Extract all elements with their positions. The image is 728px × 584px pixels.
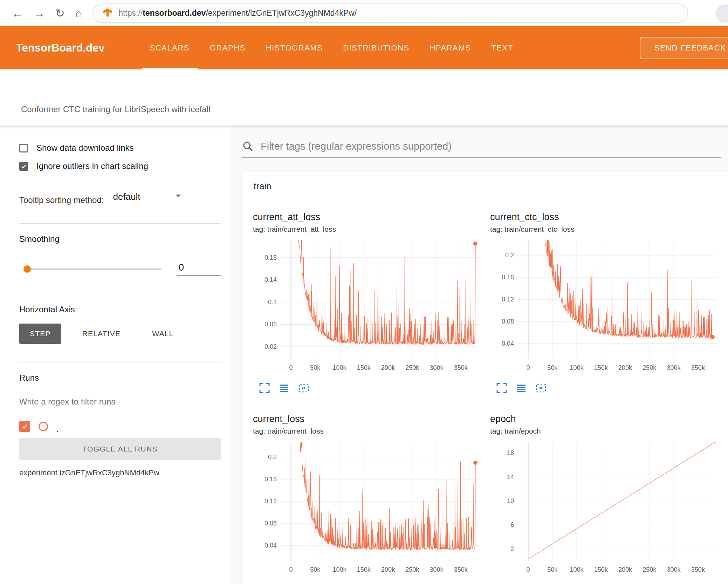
expand-icon[interactable] xyxy=(496,382,508,394)
tab-scalars[interactable]: SCALARS xyxy=(140,26,200,69)
filter-tags-input[interactable] xyxy=(260,140,721,152)
svg-text:0: 0 xyxy=(526,566,530,573)
smoothing-row: 0 xyxy=(19,262,221,276)
experiment-id-label: experiment lzGnETjwRxC3yghNMd4kPw xyxy=(19,468,221,477)
svg-text:0.02: 0.02 xyxy=(265,343,277,350)
chart-title: epoch xyxy=(490,414,723,425)
slider-thumb[interactable] xyxy=(23,265,31,273)
reload-icon[interactable]: ↻ xyxy=(55,8,65,19)
svg-text:250k: 250k xyxy=(643,566,657,573)
address-bar[interactable]: https://tensorboard.dev/experiment/lzGnE… xyxy=(92,4,688,23)
group-header[interactable]: train xyxy=(242,171,728,201)
svg-text:0.18: 0.18 xyxy=(265,254,277,261)
svg-text:100k: 100k xyxy=(570,364,584,371)
tooltip-sorting-dropdown[interactable]: default xyxy=(113,191,181,205)
fit-domain-icon[interactable] xyxy=(298,382,310,394)
tab-hparams[interactable]: HPARAMS xyxy=(420,26,481,69)
svg-text:300k: 300k xyxy=(430,566,444,573)
svg-text:0.06: 0.06 xyxy=(265,321,277,328)
runs-heading: Runs xyxy=(19,373,221,383)
svg-text:50k: 50k xyxy=(310,566,321,573)
svg-text:0.04: 0.04 xyxy=(265,542,277,549)
svg-text:0.1: 0.1 xyxy=(268,299,277,306)
svg-text:350k: 350k xyxy=(691,364,705,371)
svg-text:0.2: 0.2 xyxy=(505,252,514,259)
svg-text:100k: 100k xyxy=(332,566,346,573)
svg-text:300k: 300k xyxy=(667,364,681,371)
svg-text:350k: 350k xyxy=(454,566,468,573)
horizontal-axis-options: STEP RELATIVE WALL xyxy=(19,324,221,344)
chart-canvas[interactable]: 26101418050k100k150k200k250k300k350k xyxy=(490,440,721,576)
forward-icon[interactable]: → xyxy=(34,8,45,19)
lines-icon[interactable] xyxy=(278,382,290,394)
run-row[interactable]: . xyxy=(19,421,221,432)
show-download-links-label: Show data download links xyxy=(36,143,134,153)
svg-text:0: 0 xyxy=(289,566,293,573)
url-host: tensorboard.dev xyxy=(143,8,206,18)
svg-text:300k: 300k xyxy=(430,364,444,371)
svg-text:250k: 250k xyxy=(405,566,419,573)
svg-text:50k: 50k xyxy=(547,566,558,573)
run-name: . xyxy=(56,426,59,432)
svg-text:2: 2 xyxy=(510,545,514,552)
divider xyxy=(19,223,221,224)
svg-text:50k: 50k xyxy=(547,364,558,371)
run-color-circle-icon[interactable] xyxy=(39,422,48,431)
axis-step-button[interactable]: STEP xyxy=(19,324,61,344)
url-text: https://tensorboard.dev/experiment/lzGnE… xyxy=(118,8,357,18)
svg-text:150k: 150k xyxy=(594,364,608,371)
profile-avatar[interactable] xyxy=(716,5,728,22)
runs-filter-input[interactable] xyxy=(19,394,221,411)
svg-text:6: 6 xyxy=(510,521,514,528)
svg-text:50k: 50k xyxy=(310,364,321,371)
chart-tag: tag: train/epoch xyxy=(490,427,723,435)
home-icon[interactable]: ⌂ xyxy=(75,8,82,19)
svg-text:150k: 150k xyxy=(594,566,608,573)
svg-text:0.12: 0.12 xyxy=(265,498,277,505)
svg-text:350k: 350k xyxy=(454,364,468,371)
show-download-links-row[interactable]: Show data download links xyxy=(19,143,221,153)
tab-text[interactable]: TEXT xyxy=(481,26,523,69)
send-feedback-button[interactable]: SEND FEEDBACK xyxy=(640,37,728,59)
svg-text:0: 0 xyxy=(289,364,293,371)
chart-tag: tag: train/current_ctc_loss xyxy=(490,225,723,233)
chart-tile-current-ctc-loss: current_ctc_loss tag: train/current_ctc_… xyxy=(490,212,723,394)
lines-icon[interactable] xyxy=(515,382,527,394)
svg-text:300k: 300k xyxy=(667,566,681,573)
ignore-outliers-row[interactable]: Ignore outliers in chart scaling xyxy=(19,161,221,171)
train-group-card: train current_att_loss tag: train/curren… xyxy=(242,171,728,584)
svg-text:350k: 350k xyxy=(691,566,705,573)
experiment-title-bar: Conformer CTC training for LibriSpeech w… xyxy=(0,69,728,125)
run-checkbox-checked-icon[interactable] xyxy=(19,421,30,432)
back-icon[interactable]: ← xyxy=(12,8,23,19)
smoothing-value-input[interactable]: 0 xyxy=(177,262,221,276)
settings-sidebar: Show data download links Ignore outliers… xyxy=(0,125,229,584)
chart-title: current_att_loss xyxy=(253,212,486,223)
svg-text:100k: 100k xyxy=(332,364,346,371)
chart-toolbar xyxy=(496,382,723,394)
svg-text:250k: 250k xyxy=(405,364,419,371)
tab-distributions[interactable]: DISTRIBUTIONS xyxy=(333,26,419,69)
svg-text:0.04: 0.04 xyxy=(502,340,514,347)
svg-text:200k: 200k xyxy=(618,364,632,371)
chart-canvas[interactable]: 0.040.080.120.160.2050k100k150k200k250k3… xyxy=(253,440,484,576)
checkbox-unchecked-icon[interactable] xyxy=(19,144,28,152)
chart-tile-epoch: epoch tag: train/epoch 26101418050k100k1… xyxy=(490,414,723,584)
fit-domain-icon[interactable] xyxy=(535,382,547,394)
tab-histograms[interactable]: HISTOGRAMS xyxy=(256,26,333,69)
tab-graphs[interactable]: GRAPHS xyxy=(200,26,256,69)
smoothing-heading: Smoothing xyxy=(19,234,221,244)
chart-canvas[interactable]: 0.040.080.120.160.2050k100k150k200k250k3… xyxy=(490,238,721,374)
expand-icon[interactable] xyxy=(259,382,270,394)
tooltip-sorting-label: Tooltip sorting method: xyxy=(19,195,104,205)
toggle-all-runs-button[interactable]: TOGGLE ALL RUNS xyxy=(19,438,221,460)
chart-title: current_loss xyxy=(253,414,486,425)
chart-canvas[interactable]: 0.020.060.10.140.18050k100k150k200k250k3… xyxy=(253,238,484,374)
axis-wall-button[interactable]: WALL xyxy=(142,324,184,344)
svg-text:200k: 200k xyxy=(618,566,632,573)
chart-toolbar xyxy=(259,382,486,394)
axis-relative-button[interactable]: RELATIVE xyxy=(72,324,131,344)
checkbox-checked-icon[interactable] xyxy=(19,162,28,171)
chart-tag: tag: train/current_att_loss xyxy=(253,225,486,233)
smoothing-slider[interactable] xyxy=(25,269,162,270)
